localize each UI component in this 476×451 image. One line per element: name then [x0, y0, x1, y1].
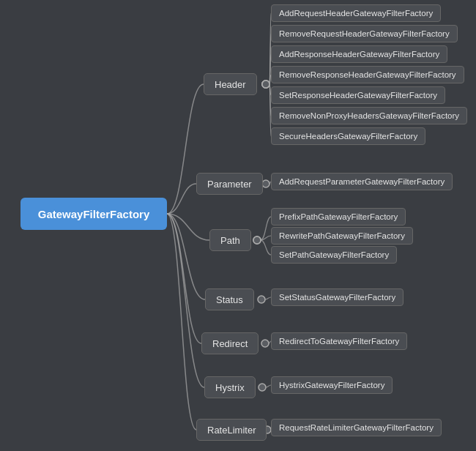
leaf-node-hystrix-0: HystrixGatewayFilterFactory: [271, 376, 393, 394]
root-label: GatewayFilterFactory: [38, 208, 150, 220]
svg-point-2: [262, 81, 269, 88]
svg-point-1: [262, 81, 269, 88]
leaf-node-ratelimiter-0: RequestRateLimiterGatewayFilterFactory: [271, 419, 442, 436]
root-node: GatewayFilterFactory: [21, 198, 167, 230]
svg-point-7: [262, 180, 269, 187]
leaf-node-parameter-0: AddRequestParameterGatewayFilterFactory: [271, 173, 453, 190]
svg-point-0: [262, 81, 269, 88]
mid-node-redirect: Redirect: [201, 332, 259, 354]
svg-point-6: [262, 81, 269, 88]
svg-point-9: [253, 236, 261, 244]
leaf-node-header-6: SecureHeadersGatewayFilterFactory: [271, 127, 425, 145]
leaf-node-path-0: PrefixPathGatewayFilterFactory: [271, 208, 406, 225]
leaf-node-redirect-0: RedirectToGatewayFilterFactory: [271, 332, 407, 350]
mid-node-ratelimiter: RateLimiter: [196, 419, 267, 441]
mid-node-path: Path: [209, 229, 251, 251]
leaf-node-path-1: RewritePathGatewayFilterFactory: [271, 227, 413, 245]
svg-point-11: [258, 296, 265, 303]
leaf-node-header-2: AddResponseHeaderGatewayFilterFactory: [271, 45, 447, 63]
mid-node-hystrix: Hystrix: [204, 376, 256, 398]
svg-point-5: [262, 81, 269, 88]
leaf-node-header-4: SetResponseHeaderGatewayFilterFactory: [271, 86, 445, 104]
svg-point-8: [253, 236, 261, 244]
svg-point-13: [259, 384, 266, 391]
svg-point-12: [261, 340, 269, 347]
svg-point-4: [262, 81, 269, 88]
leaf-node-header-5: RemoveNonProxyHeadersGatewayFilterFactor…: [271, 107, 467, 124]
leaf-node-header-0: AddRequestHeaderGatewayFilterFactory: [271, 4, 441, 22]
leaf-node-header-3: RemoveResponseHeaderGatewayFilterFactory: [271, 66, 464, 83]
svg-point-3: [262, 81, 269, 88]
mid-node-parameter: Parameter: [196, 173, 263, 195]
svg-point-10: [253, 236, 261, 244]
leaf-node-path-2: SetPathGatewayFilterFactory: [271, 246, 397, 264]
mid-node-header: Header: [204, 73, 257, 95]
mid-node-status: Status: [205, 288, 254, 310]
leaf-node-status-0: SetStatusGatewayFilterFactory: [271, 288, 404, 306]
leaf-node-header-1: RemoveRequestHeaderGatewayFilterFactory: [271, 25, 458, 42]
